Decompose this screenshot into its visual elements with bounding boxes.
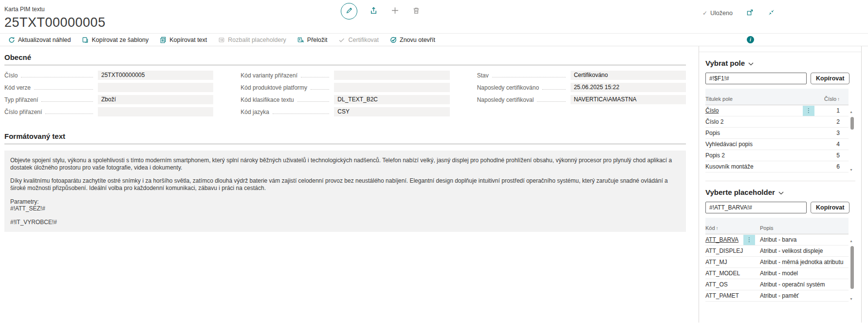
field-column-3: Stav Certifikováno Naposledy certifiková… [477,71,686,119]
field-kod-klasifikace-textu: Kód klasifikace textu DL_TEXT_B2C [240,95,449,104]
toolbar-item-label: Znovu otevřít [400,37,435,43]
edit-button[interactable] [341,3,357,19]
column-header-cislo[interactable]: Číslo↑ [817,96,849,102]
save-status: ✓ Uloženo [702,10,733,17]
column-header-kod[interactable]: Kód↑ [705,225,760,231]
right-gutter [862,46,868,323]
table-row[interactable]: ATT_PAMET Atribut - paměť [705,290,849,302]
card-action-icons [341,3,421,19]
table-row[interactable]: ATT_MJ Atribut - měrná jednotka atributu [705,257,849,268]
select-placeholder-title: Vyberte placeholder [705,188,775,196]
karta-pim-textu-page: Karta PIM textu 25TXT00000005 [0,0,868,323]
translate-icon [297,37,304,43]
scroll-up-icon[interactable]: ▲ [850,239,853,243]
field-value: CSY [334,107,449,116]
select-placeholder-scrollbar[interactable]: ▲ ▼ [849,218,855,302]
field-label: Naposledy certifikoval [477,96,534,103]
factbox-section-divider [705,181,855,181]
text-paragraph: Díky kvalitnímu fotoaparátu zachytíte os… [10,177,680,191]
scroll-up-icon[interactable]: ▲ [850,110,853,114]
field-cislo-prirazeni: Číslo přiřazení [4,107,213,116]
row-menu-button[interactable]: ⋮ [743,235,755,245]
share-button[interactable] [369,5,379,17]
plus-icon [391,6,399,16]
field-number-cell: 6 [817,163,849,170]
field-label: Naposledy certifikováno [477,84,539,91]
open-in-new-window-button[interactable] [745,8,755,19]
formatted-text-editor: Objevte spojení stylu, výkonu a spolehli… [4,151,686,232]
field-typ-prirazeni: Typ přiřazení Zboží [4,95,213,104]
field-number-cell: 2 [817,118,849,125]
select-field-part: Vybrat pole Kopírovat Titulek pole Č [705,59,855,172]
check-icon: ✓ [702,10,707,17]
table-row[interactable]: Kusovník montáže 6 [705,161,849,172]
toolbar-item-label: Přeložit [307,37,328,43]
placeholder-code-link[interactable]: ATT_BARVA [705,236,739,243]
placeholder-code-cell: ATT_OS [705,281,728,288]
toolbar-aktualizovat-nahled[interactable]: Aktualizovat náhled [8,37,71,43]
scrollbar-thumb[interactable] [850,246,854,289]
field-title-cell: Kusovník montáže [705,163,754,170]
sort-ascending-icon: ↑ [716,226,719,231]
toolbar-prelozit[interactable]: Přeložit [297,37,328,43]
table-row[interactable]: ATT_BARVA⋮ Atribut - barva [705,234,849,246]
field-value: Zboží [98,95,213,104]
table-row[interactable]: Vyhledávací popis 4 [705,139,849,150]
select-field-copy-button[interactable]: Kopírovat [811,73,850,84]
factbox-top-divider [699,52,861,52]
scroll-down-icon[interactable]: ▼ [850,297,853,301]
table-row[interactable]: Číslo 2 2 [705,116,849,128]
field-label: Kód klasifikace textu [240,96,294,103]
table-header: Kód↑ Popis [705,218,849,234]
table-row[interactable]: ATT_MODEL Atribut - model [705,268,849,279]
table-header: Titulek pole Číslo↑ [705,89,849,105]
select-field-table: Titulek pole Číslo↑ Číslo⋮ 1 Číslo 2 2 [705,89,855,172]
text-paragraph: Objevte spojení stylu, výkonu a spolehli… [10,157,680,171]
field-number-cell: 1 [817,107,849,114]
pencil-icon [346,7,353,16]
select-field-input[interactable] [705,73,807,84]
delete-button[interactable] [411,6,421,17]
section-header-formatovany-text[interactable]: Formátovaný text [4,132,686,144]
row-menu-button[interactable]: ⋮ [803,106,814,116]
save-status-area: ✓ Uloženo [702,8,776,19]
table-row[interactable]: Číslo⋮ 1 [705,105,849,116]
field-kod-verze: Kód verze [4,83,213,92]
toolbar-kopirovat-text[interactable]: Kopírovat text [160,37,207,43]
section-header-obecne[interactable]: Obecné [4,53,686,65]
sort-ascending-icon: ↑ [837,96,840,102]
field-label: Typ přiřazení [4,96,38,103]
toolbar-item-label: Kopírovat text [169,37,207,43]
scroll-down-icon[interactable]: ▼ [850,168,853,171]
column-header-titulek-pole[interactable]: Titulek pole [705,96,817,102]
field-value [98,107,213,116]
select-placeholder-input[interactable] [705,202,807,213]
table-row[interactable]: Popis 2 5 [705,150,849,161]
copy-text-icon [160,37,166,43]
field-title-link[interactable]: Číslo [705,107,719,114]
toolbar-znovu-otevrit[interactable]: Znovu otevřít [390,37,435,43]
column-header-popis[interactable]: Popis [760,225,849,231]
trash-icon [412,7,420,16]
table-row[interactable]: ATT_DISPLEJ Atribut - velikost displeje [705,246,849,257]
field-number-cell: 3 [817,130,849,136]
select-placeholder-part: Vyberte placeholder Kopírovat Kód↑ P [705,188,855,302]
share-icon [369,6,378,16]
scrollbar-thumb[interactable] [850,117,854,130]
select-field-scrollbar[interactable]: ▲ ▼ [849,89,855,172]
collapse-button[interactable] [767,8,776,18]
select-field-header[interactable]: Vybrat pole [705,59,855,67]
toolbar-kopirovat-ze-sablony[interactable]: Kopírovat ze šablony [82,37,148,43]
table-row[interactable]: Popis 3 [705,128,849,139]
field-kod-produktove-platformy: Kód produktové platformy [240,83,449,92]
table-row[interactable]: ATT_OS Atribut - operační systém [705,279,849,290]
toolbar-rozbalit-placeholdery: Rozbalit placeholdery [218,37,286,43]
field-label: Kód produktové platformy [240,84,307,91]
field-value [334,71,449,80]
new-button[interactable] [390,5,400,17]
placeholder-code-cell: ATT_DISPLEJ [705,247,743,254]
select-placeholder-header[interactable]: Vyberte placeholder [705,188,855,196]
select-placeholder-copy-button[interactable]: Kopírovat [811,202,850,213]
field-label: Kód varianty přiřazení [240,72,297,79]
info-indicator[interactable]: i [747,36,754,43]
